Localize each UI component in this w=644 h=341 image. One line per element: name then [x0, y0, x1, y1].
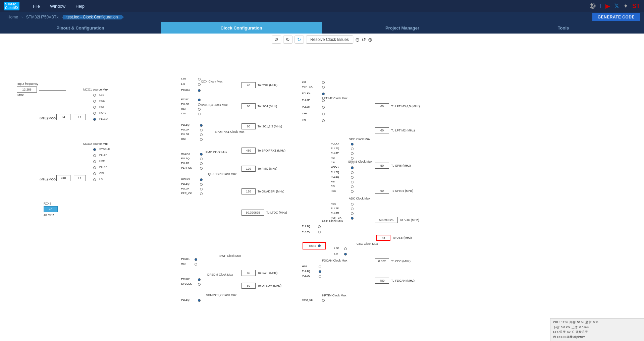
- radio-perck-fmc[interactable]: [200, 167, 203, 170]
- bc-home[interactable]: Home: [4, 15, 21, 19]
- file-menu[interactable]: File: [33, 4, 40, 9]
- radio-hsi-spdi[interactable]: [200, 138, 203, 141]
- to-i2c123-box[interactable]: 60: [241, 123, 256, 129]
- radio-hsi-swp[interactable]: [195, 263, 197, 266]
- radio-pclk2-spi45[interactable]: [351, 167, 354, 169]
- radio-pll1q-spdi[interactable]: [200, 124, 203, 127]
- mco1-radio-pll1q[interactable]: [93, 118, 96, 121]
- radio-lsi-i2c4[interactable]: [198, 83, 201, 86]
- radio-pll2q-fdcan[interactable]: [319, 275, 321, 278]
- radio-pclk4-spi6[interactable]: [351, 143, 354, 146]
- network-icon[interactable]: ✦: [623, 2, 628, 10]
- help-menu[interactable]: Help: [75, 4, 85, 9]
- radio-pll2r-fmc[interactable]: [200, 162, 203, 165]
- radio-lsi2-lptim2[interactable]: [322, 119, 325, 122]
- to-lptim345-box[interactable]: 60: [375, 103, 389, 109]
- to-spdifrx-box[interactable]: 480: [241, 148, 256, 154]
- resolve-clock-button[interactable]: Resolve Clock Issues: [306, 36, 353, 44]
- radio-pll1q-fdcan[interactable]: [319, 270, 321, 273]
- radio-lse-i2c4[interactable]: [198, 78, 201, 80]
- radio-pclk4-lptim2[interactable]: [322, 93, 325, 95]
- mco1-radio-lse[interactable]: [93, 94, 96, 97]
- mco1-value-box[interactable]: 64: [56, 114, 70, 120]
- mco2-radio-sysclk[interactable]: [93, 148, 96, 151]
- radio-pll1q-sdmmc[interactable]: [198, 299, 201, 302]
- refresh-button[interactable]: ↻: [294, 36, 304, 44]
- mco1-radio-hsi[interactable]: [93, 106, 96, 109]
- radio-hsi-spi6[interactable]: [351, 157, 354, 160]
- redo-button[interactable]: ↻: [283, 36, 292, 44]
- zoom-refresh-button[interactable]: ↺: [362, 37, 366, 43]
- radio-lsi-cec[interactable]: [344, 253, 347, 255]
- mco2-radio-csi[interactable]: [93, 172, 96, 175]
- mco2-radio-pll2p[interactable]: [93, 154, 96, 157]
- generate-code-button[interactable]: GENERATE CODE: [592, 13, 640, 21]
- radio-hse-spi45[interactable]: [351, 190, 354, 193]
- to-ltdc-box[interactable]: 50.390625: [241, 210, 264, 216]
- radio-pll3p-spi6[interactable]: [351, 152, 354, 155]
- to-i2c4-box[interactable]: 60: [241, 103, 256, 109]
- tab-tools[interactable]: Tools: [483, 22, 644, 34]
- radio-hsi-spi45[interactable]: [351, 181, 354, 183]
- radio-pll2p-lptim2[interactable]: [322, 99, 325, 102]
- mco1-radio-hse[interactable]: [93, 100, 96, 103]
- radio-pll3r[interactable]: [198, 103, 201, 106]
- radio-csi-spi45[interactable]: [351, 185, 354, 188]
- radio-pll2p-adc[interactable]: [351, 208, 354, 210]
- bc-current[interactable]: test.ioc - Clock Configuration: [63, 15, 124, 19]
- bc-device[interactable]: STM32H750VBTx: [23, 15, 62, 19]
- radio-hsi[interactable]: [198, 108, 201, 111]
- radio-pll2q-spi6[interactable]: [351, 148, 354, 150]
- mco2-radio-hse[interactable]: [93, 160, 96, 163]
- to-dfsdm-box[interactable]: 60: [241, 283, 256, 289]
- radio-sysclk-dfsdm[interactable]: [198, 283, 201, 286]
- mco2-div-box[interactable]: / 1: [74, 175, 86, 181]
- to-spi6-box[interactable]: 50: [375, 163, 389, 169]
- undo-button[interactable]: ↺: [272, 36, 281, 44]
- radio-pclk1-swp[interactable]: [195, 258, 197, 261]
- radio-hclk3-fmc[interactable]: [200, 153, 203, 156]
- twitter-icon[interactable]: 𝕏: [614, 2, 619, 10]
- to-adc-box[interactable]: 50.390625: [375, 217, 398, 223]
- st-icon[interactable]: ST: [632, 3, 640, 10]
- radio-perck-lptim2[interactable]: [322, 86, 325, 89]
- zoom-out-button[interactable]: ⊖: [355, 37, 360, 43]
- radio-hse-fdcan[interactable]: [319, 266, 321, 268]
- radio-lse-cec[interactable]: [344, 247, 347, 250]
- to-swp-box[interactable]: 60: [241, 270, 256, 276]
- input-freq-box[interactable]: 12.288: [17, 87, 37, 93]
- mco1-radio-rc48[interactable]: [93, 112, 96, 115]
- zoom-in-button[interactable]: ⊕: [368, 37, 372, 43]
- radio-pclk4-i2c4[interactable]: [198, 89, 201, 92]
- radio-pll3q-usb[interactable]: [318, 231, 321, 233]
- mco2-radio-pll1p[interactable]: [93, 166, 96, 169]
- to-usb-box[interactable]: 48: [376, 235, 390, 241]
- window-menu[interactable]: Window: [50, 4, 65, 9]
- radio-pll3r-spdi[interactable]: [200, 133, 203, 136]
- rc48-value-box[interactable]: 48: [44, 206, 58, 212]
- radio-hclk3-qspi[interactable]: [200, 178, 203, 181]
- tab-project[interactable]: Project Manager: [322, 22, 483, 34]
- facebook-icon[interactable]: f: [600, 3, 601, 10]
- radio-tim2-hrtim[interactable]: [322, 299, 325, 302]
- radio-pll2q-spi45[interactable]: [351, 171, 354, 174]
- radio-perck-adc[interactable]: [351, 217, 354, 220]
- tab-pinout[interactable]: Pinout & Configuration: [0, 22, 161, 34]
- to-cec-box[interactable]: 0.032: [375, 258, 389, 264]
- radio-pll1q-qspi[interactable]: [200, 183, 203, 186]
- youtube-icon[interactable]: ▶: [605, 2, 610, 10]
- radio-pll3q-spi45[interactable]: [351, 176, 354, 179]
- social-icon-1[interactable]: ⑲: [590, 2, 596, 10]
- to-quadspi-box[interactable]: 120: [241, 188, 256, 194]
- radio-rc48-usb[interactable]: [318, 244, 321, 247]
- radio-pll1q-fmc[interactable]: [200, 158, 203, 160]
- radio-csi[interactable]: [198, 113, 201, 115]
- radio-lse-lptim2[interactable]: [322, 113, 325, 115]
- radio-perck-qspi[interactable]: [200, 192, 203, 195]
- radio-pclk2-dfsdm[interactable]: [198, 278, 201, 281]
- radio-lsi-lptim2[interactable]: [322, 81, 325, 84]
- rc48-usb-box[interactable]: RC48: [303, 242, 326, 249]
- radio-pclk1[interactable]: [198, 99, 201, 101]
- radio-pll1q-usb[interactable]: [318, 225, 321, 228]
- radio-pll2r-spdi[interactable]: [200, 129, 203, 131]
